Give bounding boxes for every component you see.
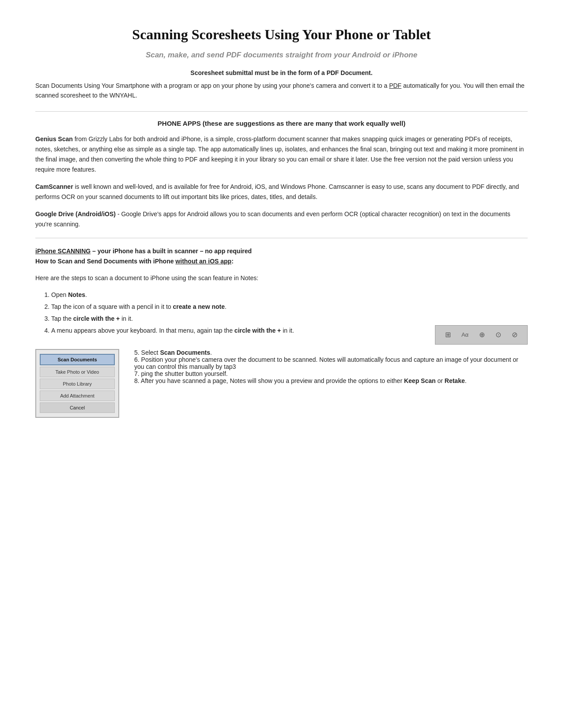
phone-apps-heading: PHONE APPS (these are suggestions as the… bbox=[35, 120, 528, 127]
step-7-text: ping the shutter button yourself. bbox=[141, 370, 228, 377]
app1-paragraph: Genius Scan from Grizzly Labs for both a… bbox=[35, 134, 528, 175]
steps-5-8-area: 5. Select Scan Documents. 6. Position yo… bbox=[134, 349, 528, 384]
iphone-heading-line1: iPhone SCANNING – your iPhone has a buil… bbox=[35, 246, 528, 257]
steps-intro: Here are the steps to scan a document to… bbox=[35, 273, 528, 283]
menu-item-scan: Scan Documents bbox=[40, 354, 115, 365]
step-6-text: Position your phone's camera over the do… bbox=[134, 356, 518, 370]
step-8-num: 8. bbox=[134, 377, 140, 384]
app1-text: from Grizzly Labs for both android and i… bbox=[35, 135, 524, 173]
step-3: Tap the circle with the + in it. bbox=[51, 313, 528, 324]
intro-paragraph: Scan Documents Using Your Smartphone wit… bbox=[35, 81, 528, 101]
app3-name: Google Drive (Android/iOS) bbox=[35, 210, 116, 218]
step-4: A menu appears above your keyboard. In t… bbox=[51, 325, 528, 345]
step-5-num: 5. bbox=[134, 349, 140, 356]
main-steps-list: Open Notes. Tap the icon of a square wit… bbox=[51, 289, 528, 345]
app2-name: CamScanner bbox=[35, 183, 73, 190]
toolbar-icon-share: ⊘ bbox=[512, 329, 518, 341]
step-1: Open Notes. bbox=[51, 289, 528, 300]
section-divider-2 bbox=[35, 238, 528, 238]
toolbar-icon-bar: ⊞ Aα ⊕ ⊙ ⊘ bbox=[435, 325, 528, 345]
step-5-text: Select Scan Documents. bbox=[141, 349, 212, 356]
step-4-text: A menu appears above your keyboard. In t… bbox=[51, 325, 294, 336]
menu-item-add-attachment: Add Attachment bbox=[40, 390, 115, 401]
step-6: 6. Position your phone's camera over the… bbox=[134, 356, 528, 370]
page-title: Scanning Scoresheets Using Your Phone or… bbox=[35, 26, 528, 43]
menu-item-photo-library: Photo Library bbox=[40, 379, 115, 389]
iphone-heading-line2: How to Scan and Send Documents with iPho… bbox=[35, 256, 528, 267]
toolbar-icon-text: Aα bbox=[461, 330, 469, 340]
toolbar-icon-circle-plus: ⊕ bbox=[479, 329, 485, 341]
step-2: Tap the icon of a square with a pencil i… bbox=[51, 301, 528, 312]
page-subtitle: Scan, make, and send PDF documents strai… bbox=[35, 51, 528, 60]
toolbar-icon-camera: ⊙ bbox=[495, 329, 501, 341]
step-7-num: 7. bbox=[134, 370, 140, 377]
step-8-text: After you have scanned a page, Notes wil… bbox=[141, 377, 467, 384]
step-6-num: 6. bbox=[134, 356, 140, 363]
iphone-section-heading: iPhone SCANNING – your iPhone has a buil… bbox=[35, 246, 528, 267]
phone-menu-mock: Scan Documents Take Photo or Video Photo… bbox=[35, 349, 124, 418]
app3-paragraph: Google Drive (Android/iOS) - Google Driv… bbox=[35, 209, 528, 229]
menu-item-photo-video: Take Photo or Video bbox=[40, 367, 115, 377]
steps-456-wrapper: Scan Documents Take Photo or Video Photo… bbox=[35, 349, 528, 418]
app2-paragraph: CamScanner is well known and well-loved,… bbox=[35, 182, 528, 202]
step-8: 8. After you have scanned a page, Notes … bbox=[134, 377, 528, 384]
step-5: 5. Select Scan Documents. bbox=[134, 349, 528, 356]
menu-item-cancel: Cancel bbox=[40, 402, 115, 413]
app2-text: is well known and well-loved, and is ava… bbox=[35, 183, 519, 200]
section-divider-1 bbox=[35, 111, 528, 112]
app1-name: Genius Scan bbox=[35, 135, 73, 143]
phone-menu-container: Scan Documents Take Photo or Video Photo… bbox=[35, 349, 119, 418]
step-7: 7. ping the shutter button yourself. bbox=[134, 370, 528, 377]
must-be-text: Scoresheet submittal must be in the form… bbox=[35, 69, 528, 76]
toolbar-icon-grid: ⊞ bbox=[445, 329, 451, 341]
